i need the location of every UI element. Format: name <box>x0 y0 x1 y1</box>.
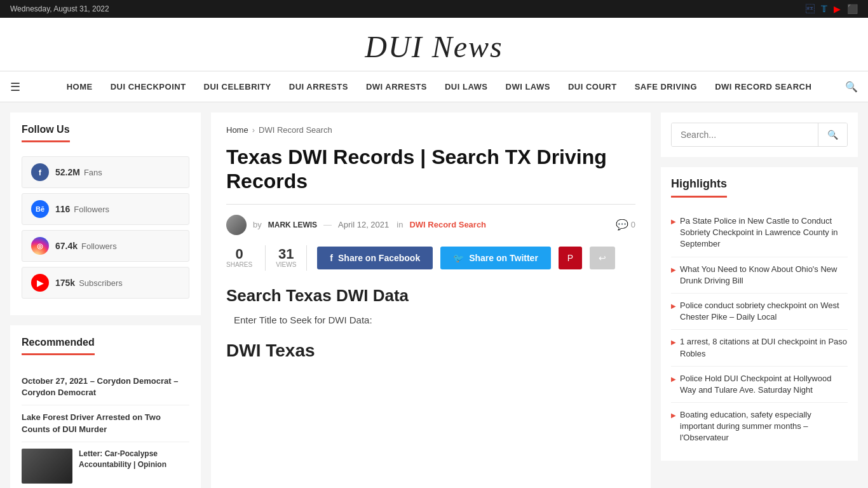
nav-dui-arrests[interactable]: DUI ARRESTS <box>280 73 357 100</box>
share-more-button[interactable]: ↩ <box>590 247 615 269</box>
recommended-item-3[interactable]: Letter: Car-Pocalypse Accountability | O… <box>22 442 189 488</box>
search-button[interactable]: 🔍 <box>818 123 847 146</box>
shares-label: SHARES <box>226 261 252 268</box>
facebook-label: Fans <box>84 168 102 177</box>
behance-count: 116 <box>55 204 70 214</box>
follow-instagram[interactable]: ◎ 67.4k Followers <box>22 230 189 262</box>
views-label: VIEWS <box>276 261 296 268</box>
recommended-item-2-title: Lake Forest Driver Arrested on Two Count… <box>22 412 189 435</box>
nav-links: HOME DUI CHECKPOINT DUI CELEBRITY DUI AR… <box>33 73 845 100</box>
share-fb-label: Share on Facebook <box>338 253 420 263</box>
views-divider <box>306 245 307 271</box>
facebook-count: 52.2M <box>55 167 80 177</box>
site-title[interactable]: DUI News <box>0 29 868 64</box>
instagram-label: Followers <box>81 241 117 251</box>
right-sidebar: 🔍 Highlights ▶ Pa State Police in New Ca… <box>661 112 858 488</box>
search-box: 🔍 <box>671 123 848 147</box>
share-pinterest-button[interactable]: P <box>559 247 582 269</box>
recommended-item-3-title: Letter: Car-Pocalypse Accountability | O… <box>79 449 189 484</box>
left-sidebar: Follow Us f 52.2M Fans Bē 116 Followers … <box>10 112 201 488</box>
comment-count[interactable]: 💬 0 <box>616 219 635 231</box>
instagram-icon: ◎ <box>31 237 49 255</box>
highlight-bullet-6: ▶ <box>671 412 676 419</box>
article-date: April 12, 2021 <box>338 220 389 229</box>
highlight-item-3[interactable]: ▶ Police conduct sobriety checkpoint on … <box>671 294 848 330</box>
follow-facebook[interactable]: f 52.2M Fans <box>22 156 189 188</box>
recommended-item-1[interactable]: October 27, 2021 – Corydon Democrat – Co… <box>22 369 189 405</box>
highlight-item-1[interactable]: ▶ Pa State Police in New Castle to Condu… <box>671 209 848 257</box>
highlight-item-6[interactable]: ▶ Boating education, safety especially i… <box>671 403 848 451</box>
breadcrumb-home[interactable]: Home <box>226 125 248 135</box>
follow-us-title: Follow Us <box>22 124 70 142</box>
follow-us-card: Follow Us f 52.2M Fans Bē 116 Followers … <box>10 112 201 315</box>
recommended-card: Recommended October 27, 2021 – Corydon D… <box>10 325 201 488</box>
highlight-text-1: Pa State Police in New Castle to Conduct… <box>680 215 848 250</box>
pinterest-icon: P <box>567 253 573 263</box>
author-avatar <box>226 215 247 235</box>
comment-bubble-icon: 💬 <box>616 219 628 231</box>
share-more-icon: ↩ <box>599 253 606 263</box>
highlights-card: Highlights ▶ Pa State Police in New Cast… <box>661 167 858 461</box>
article-title: Texas DWI Records | Search TX Driving Re… <box>226 145 635 205</box>
comment-number: 0 <box>631 220 635 229</box>
highlight-text-6: Boating education, safety especially imp… <box>680 409 848 444</box>
shares-count-block: 0 SHARES <box>226 247 252 268</box>
shares-divider <box>265 245 266 271</box>
highlight-text-4: 1 arrest, 8 citations at DUI checkpoint … <box>680 336 848 359</box>
nav-dwi-laws[interactable]: DWI LAWS <box>497 73 559 100</box>
behance-label: Followers <box>74 205 109 214</box>
share-tw-label: Share on Twitter <box>469 253 538 263</box>
search-input[interactable] <box>672 123 818 146</box>
nav-dui-court[interactable]: DUI COURT <box>559 73 626 100</box>
facebook-icon: f <box>31 163 49 181</box>
nav-dui-checkpoint[interactable]: DUI CHECKPOINT <box>102 73 195 100</box>
share-facebook-button[interactable]: f Share on Facebook <box>317 247 433 269</box>
main-layout: Follow Us f 52.2M Fans Bē 116 Followers … <box>0 102 868 488</box>
navbar: ☰ HOME DUI CHECKPOINT DUI CELEBRITY DUI … <box>0 72 868 102</box>
follow-youtube[interactable]: ▶ 175k Subscribers <box>22 267 189 299</box>
article-category[interactable]: DWI Record Search <box>409 220 486 229</box>
breadcrumb-separator: › <box>252 125 255 135</box>
nav-safe-driving[interactable]: SAFE DRIVING <box>626 73 706 100</box>
nav-dwi-record-search[interactable]: DWI RECORD SEARCH <box>706 73 820 100</box>
topbar-twitter-icon[interactable]: 𝕋 <box>821 4 827 14</box>
highlight-item-4[interactable]: ▶ 1 arrest, 8 citations at DUI checkpoin… <box>671 330 848 366</box>
search-input-label: Enter Title to Seek for DWI Data: <box>226 315 635 325</box>
topbar-social-icons:  𝕋 ▶ ⬛ <box>806 4 858 14</box>
hamburger-menu[interactable]: ☰ <box>10 80 20 94</box>
fb-share-icon: f <box>330 253 333 263</box>
topbar: Wednesday, August 31, 2022  𝕋 ▶ ⬛ <box>0 0 868 18</box>
in-label: in <box>397 220 403 229</box>
search-section-title: Search Texas DWI Data <box>226 286 635 306</box>
highlight-text-5: Police Hold DUI Checkpoint at Hollywood … <box>680 373 848 396</box>
topbar-youtube-icon[interactable]: ▶ <box>834 4 841 14</box>
search-card: 🔍 <box>661 112 858 157</box>
shares-count: 0 <box>235 247 243 261</box>
nav-dui-celebrity[interactable]: DUI CELEBRITY <box>195 73 280 100</box>
share-twitter-button[interactable]: 🐦 Share on Twitter <box>440 247 551 269</box>
tw-share-icon: 🐦 <box>453 253 464 263</box>
highlight-text-3: Police conduct sobriety checkpoint on We… <box>680 300 848 323</box>
highlight-item-2[interactable]: ▶ What You Need to Know About Ohio's New… <box>671 257 848 294</box>
main-content: Home › DWI Record Search Texas DWI Recor… <box>211 112 651 488</box>
youtube-label: Subscribers <box>79 278 123 288</box>
highlight-item-5[interactable]: ▶ Police Hold DUI Checkpoint at Hollywoo… <box>671 367 848 403</box>
nav-dui-laws[interactable]: DUI LAWS <box>436 73 497 100</box>
recommended-item-2[interactable]: Lake Forest Driver Arrested on Two Count… <box>22 405 189 442</box>
follow-behance[interactable]: Bē 116 Followers <box>22 193 189 225</box>
highlight-bullet-3: ▶ <box>671 302 676 309</box>
recommended-item-1-title: October 27, 2021 – Corydon Democrat – Co… <box>22 376 189 398</box>
nav-home[interactable]: HOME <box>58 73 102 100</box>
topbar-rss-icon[interactable]: ⬛ <box>847 4 858 14</box>
behance-icon: Bē <box>31 200 49 218</box>
breadcrumb: Home › DWI Record Search <box>226 125 635 135</box>
breadcrumb-current: DWI Record Search <box>259 125 332 135</box>
nav-dwi-arrests[interactable]: DWI ARRESTS <box>357 73 436 100</box>
author-name[interactable]: MARK LEWIS <box>268 220 317 229</box>
youtube-icon: ▶ <box>31 274 49 292</box>
youtube-count: 175k <box>55 278 75 288</box>
highlight-bullet-4: ▶ <box>671 339 676 346</box>
topbar-facebook-icon[interactable]:  <box>806 4 815 14</box>
nav-search-icon[interactable]: 🔍 <box>845 81 858 93</box>
site-header: DUI News <box>0 18 868 72</box>
